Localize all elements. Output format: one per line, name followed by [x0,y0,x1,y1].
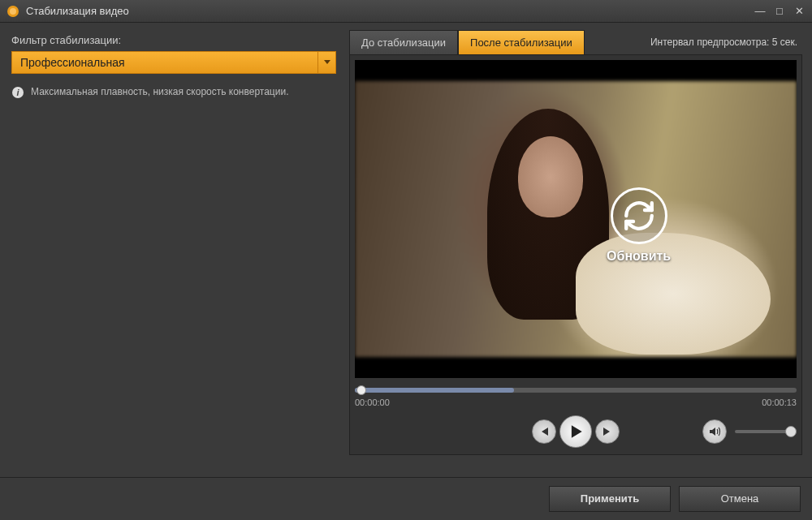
filter-label: Фильтр стабилизации: [11,34,338,46]
footer: Применить Отмена [0,477,812,519]
app-icon [6,5,19,18]
window-title: Стабилизация видео [26,5,754,17]
filter-dropdown[interactable]: Профессиональная [11,51,336,74]
tab-after[interactable]: После стабилизации [458,30,585,54]
play-button[interactable] [559,415,592,448]
seek-slider[interactable] [355,388,797,393]
filter-description: Максимальная плавность, низкая скорость … [31,85,288,99]
filter-dropdown-value: Профессиональная [12,56,317,69]
seek-thumb[interactable] [356,385,366,395]
volume-slider[interactable] [735,430,792,433]
skip-forward-button[interactable] [595,419,620,444]
time-current: 00:00:00 [355,398,390,407]
tab-before-label: До стабилизации [361,37,446,49]
refresh-button[interactable]: Обновить [607,187,671,264]
titlebar: Стабилизация видео — □ ✕ [0,0,812,23]
apply-button-label: Применить [581,492,639,505]
minimize-button[interactable]: — [754,5,767,17]
cancel-button-label: Отмена [721,492,759,505]
cancel-button[interactable]: Отмена [679,486,801,512]
tab-after-label: После стабилизации [470,37,572,49]
video-preview: Обновить [355,60,797,378]
volume-thumb[interactable] [785,426,797,437]
close-button[interactable]: ✕ [793,5,806,17]
svg-point-1 [10,8,16,15]
tab-before[interactable]: До стабилизации [349,30,458,54]
chevron-down-icon [317,52,335,73]
refresh-icon [611,187,667,244]
time-total: 00:00:13 [762,398,797,407]
preview-interval-label: Интервал предпросмотра: 5 сек. [650,37,802,48]
info-icon: i [11,86,24,99]
refresh-label: Обновить [607,249,671,264]
apply-button[interactable]: Применить [549,486,671,512]
volume-button[interactable] [702,419,727,444]
maximize-button[interactable]: □ [773,5,786,17]
preview-panel: До стабилизации После стабилизации Интер… [349,23,812,477]
settings-panel: Фильтр стабилизации: Профессиональная i … [0,23,349,477]
skip-back-button[interactable] [532,419,556,444]
